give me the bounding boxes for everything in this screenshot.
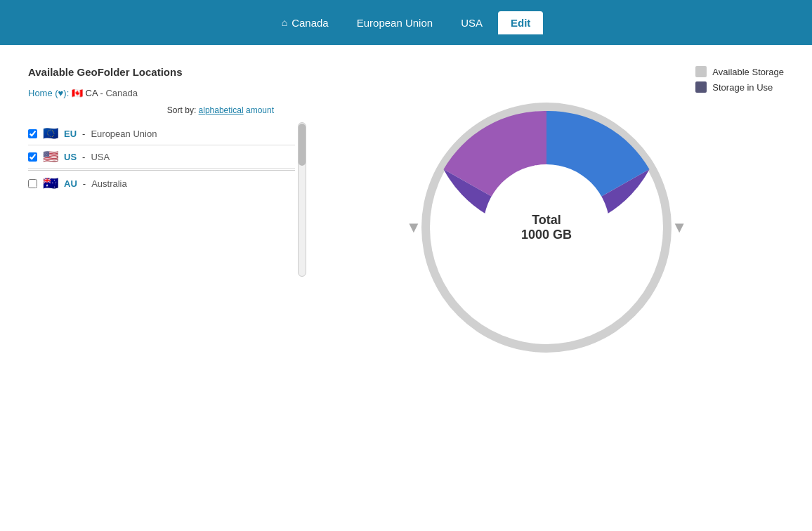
donut-svg: CA ♥ 333.3333333333 GB EU 333.3333333333…	[413, 94, 680, 361]
legend-label-available: Available Storage	[712, 67, 784, 77]
name-au: Australia	[91, 178, 127, 189]
legend-color-available	[695, 66, 707, 77]
name-us: USA	[91, 152, 110, 162]
header: ⌂ Canada European Union USA Edit	[0, 0, 812, 45]
location-list: 🇪🇺 EU - European Union 🇺🇸 US - USA	[28, 122, 295, 195]
legend-available: Available Storage	[695, 66, 784, 77]
scrollbar-thumb	[299, 124, 306, 166]
us-value: 333.3333333333 GB	[514, 307, 579, 315]
arrow-right[interactable]: ▼	[672, 218, 687, 237]
flag-us: 🇺🇸	[43, 149, 58, 164]
legend-inuse: Storage in Use	[695, 81, 784, 93]
home-name: Canada	[105, 88, 138, 98]
checkbox-us[interactable]	[28, 152, 37, 162]
flag-eu: 🇪🇺	[43, 126, 58, 141]
nav-label-eu: European Union	[357, 17, 433, 29]
flag-au: 🇦🇺	[43, 176, 58, 191]
home-link[interactable]: Home (♥):	[28, 88, 69, 98]
us-label: US	[540, 293, 553, 303]
donut-chart-wrapper: ▼ ▼	[413, 94, 680, 361]
nav-item-edit[interactable]: Edit	[498, 11, 543, 34]
nav-item-canada[interactable]: ⌂ Canada	[269, 11, 341, 34]
section-title: Available GeoFolder Locations	[28, 66, 295, 78]
sort-label: Sort by:	[167, 105, 196, 115]
legend-label-inuse: Storage in Use	[712, 82, 773, 93]
chart-area: Available Storage Storage in Use ▼ ▼	[309, 66, 784, 510]
main-nav: ⌂ Canada European Union USA Edit	[269, 11, 544, 34]
checkbox-eu[interactable]	[28, 129, 37, 138]
ca-value: 333.3333333333 GB	[465, 237, 530, 244]
checkbox-au[interactable]	[28, 179, 37, 188]
nav-label-canada: Canada	[292, 17, 329, 29]
sort-alphabetical[interactable]: alphabetical	[199, 105, 244, 115]
home-icon: ⌂	[282, 17, 287, 28]
home-flag: 🇨🇦	[72, 88, 86, 98]
nav-label-usa: USA	[461, 17, 483, 29]
home-code: CA	[86, 88, 98, 98]
code-us: US	[64, 152, 77, 162]
scrollbar[interactable]	[298, 122, 306, 277]
main-content: Available GeoFolder Locations Home (♥): …	[0, 45, 812, 531]
nav-item-eu[interactable]: European Union	[344, 11, 445, 34]
code-eu: EU	[64, 129, 77, 139]
arrow-left[interactable]: ▼	[406, 218, 421, 237]
list-item-eu: 🇪🇺 EU - European Union	[28, 122, 295, 145]
name-eu: European Union	[91, 129, 157, 139]
nav-item-usa[interactable]: USA	[448, 11, 495, 34]
list-item-us: 🇺🇸 US - USA	[28, 145, 295, 169]
left-panel: Available GeoFolder Locations Home (♥): …	[28, 66, 295, 510]
ca-label: CA ♥	[487, 223, 508, 233]
list-separator	[28, 170, 295, 171]
legend-color-inuse	[695, 81, 707, 93]
list-item-au: 🇦🇺 AU - Australia	[28, 172, 295, 195]
eu-value: 333.3333333333	[570, 225, 624, 232]
nav-label-edit: Edit	[511, 17, 530, 29]
sort-by: Sort by: alphabetical amount	[28, 105, 295, 115]
sort-amount[interactable]: amount	[246, 105, 274, 115]
legend: Available Storage Storage in Use	[695, 66, 784, 93]
code-au: AU	[64, 178, 77, 189]
eu-label: EU	[591, 211, 603, 221]
home-location: Home (♥): 🇨🇦 CA - Canada	[28, 88, 295, 98]
